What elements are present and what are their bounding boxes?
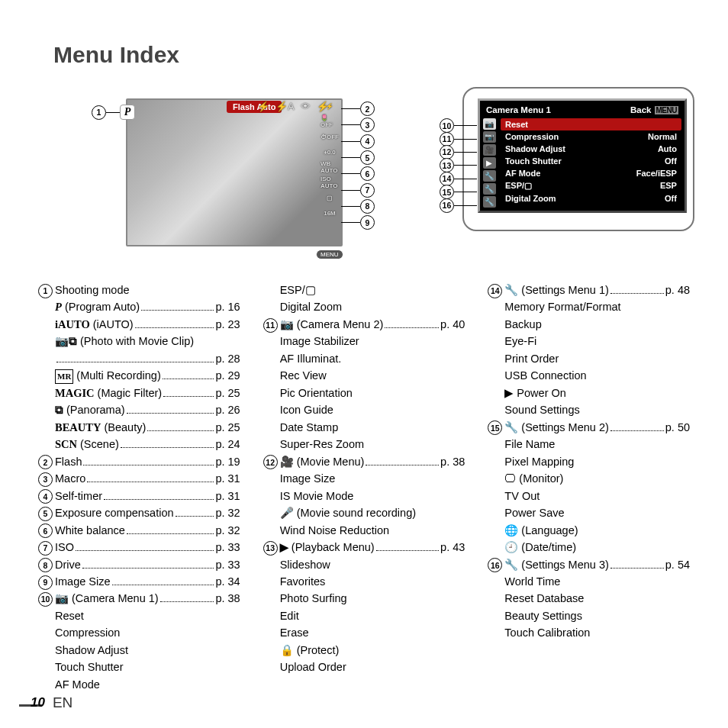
menu-badge: MENU xyxy=(316,250,343,259)
page-number: 10 xyxy=(31,695,45,710)
circle-1: 1 xyxy=(92,105,106,120)
footer: 10 EN xyxy=(31,694,72,711)
callout-1: 1 P xyxy=(92,105,135,120)
page-title: Menu Index xyxy=(53,42,690,68)
cm-title: Camera Menu 1 xyxy=(486,105,551,114)
right-callouts: 23456789 xyxy=(341,101,375,230)
screen1: Flash Auto ⚡⚡A👁⚡ ⚡🌷OFF⏱OFF±0.0WB AUTOISO… xyxy=(92,98,386,251)
cm-menu-badge: MENU xyxy=(655,106,678,114)
cm-rows: ResetCompressionNormalShadow AdjustAutoT… xyxy=(501,118,681,208)
top-icons: ⚡⚡A👁⚡ xyxy=(257,101,329,112)
camera-menu-panel: Camera Menu 1 Back MENU 📷📷🎥▶🔧🔧🔧 ResetCom… xyxy=(478,98,687,213)
cm-callouts: 10111213141516 xyxy=(440,119,477,212)
index-columns: 1Shooting modeP (Program Auto) p. 16iAUT… xyxy=(38,282,690,693)
col-3: 14🔧 (Settings Menu 1) p. 48Memory Format… xyxy=(488,282,690,693)
col-2: ESP/▢Digital Zoom11📷 (Camera Menu 2) p. … xyxy=(263,282,465,693)
right-icons-strip: ⚡🌷OFF⏱OFF±0.0WB AUTOISO AUTO▢16M xyxy=(321,98,339,221)
p-mode-icon: P xyxy=(120,105,135,120)
sample-photo xyxy=(126,98,343,246)
cm-back-label: Back xyxy=(630,105,652,114)
cm-sidebar: 📷📷🎥▶🔧🔧🔧 xyxy=(483,118,496,208)
lang-code: EN xyxy=(53,694,72,711)
figures: Flash Auto ⚡⚡A👁⚡ ⚡🌷OFF⏱OFF±0.0WB AUTOISO… xyxy=(92,98,690,251)
col-1: 1Shooting modeP (Program Auto) p. 16iAUT… xyxy=(38,282,240,693)
